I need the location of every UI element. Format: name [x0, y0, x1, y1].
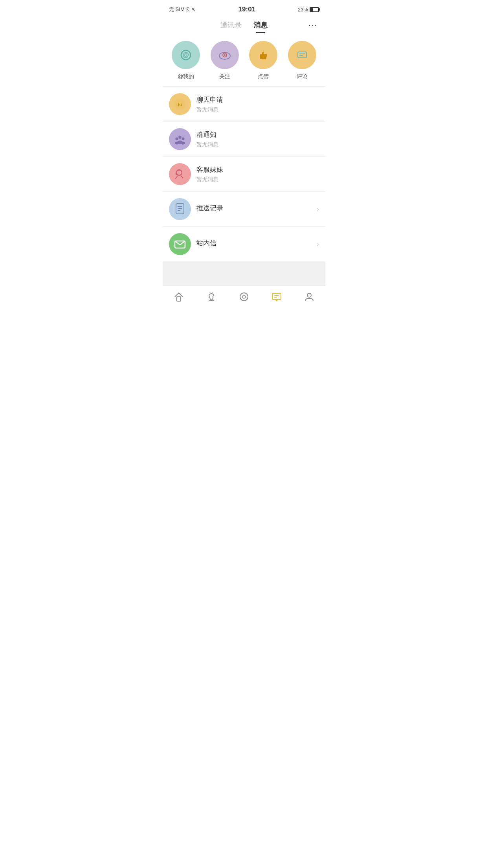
chat-request-title: 聊天申请 — [196, 95, 319, 104]
svg-point-16 — [181, 142, 185, 145]
sim-indicator: 无 SIM卡 — [169, 6, 190, 13]
svg-point-15 — [175, 142, 179, 145]
like-circle — [249, 41, 277, 69]
svg-point-28 — [240, 293, 248, 301]
mention-icon: @ — [179, 48, 193, 62]
discover-icon — [238, 291, 250, 302]
svg-point-4 — [224, 54, 226, 56]
messages-icon — [271, 291, 282, 302]
quick-action-mention[interactable]: @ @我的 — [172, 41, 200, 80]
service-title: 客服妹妹 — [196, 165, 319, 174]
bottom-nav — [163, 285, 325, 312]
internal-mail-title: 站内信 — [196, 239, 317, 248]
chat-request-content: 聊天申请 暂无消息 — [196, 95, 319, 113]
quick-action-follow[interactable]: 关注 — [211, 41, 239, 80]
mention-circle: @ — [172, 41, 200, 69]
chat-request-avatar: hi — [169, 93, 191, 115]
quick-action-like[interactable]: 点赞 — [249, 41, 277, 80]
mention-label: @我的 — [178, 73, 194, 80]
group-notice-content: 群通知 暂无消息 — [196, 130, 319, 148]
group-notice-avatar — [169, 128, 191, 150]
status-time: 19:01 — [238, 6, 255, 13]
like-label: 点赞 — [258, 73, 269, 80]
quick-actions: @ @我的 关注 点赞 — [163, 33, 325, 86]
battery-icon — [310, 7, 319, 12]
tab-messages[interactable]: 消息 — [253, 20, 268, 33]
status-bar: 无 SIM卡 ∿ 19:01 23% — [163, 0, 325, 17]
svg-rect-23 — [177, 297, 181, 301]
svg-point-12 — [176, 138, 178, 140]
list-item-group-notice[interactable]: 群通知 暂无消息 — [163, 122, 325, 157]
comment-icon — [295, 48, 309, 62]
service-content: 客服妹妹 暂无消息 — [196, 165, 319, 183]
follow-circle — [211, 41, 239, 69]
svg-point-13 — [182, 138, 185, 140]
svg-line-26 — [213, 292, 213, 293]
nav-profile[interactable] — [300, 290, 319, 304]
svg-rect-6 — [298, 52, 306, 58]
svg-marker-33 — [275, 300, 278, 302]
svg-text:hi: hi — [178, 102, 182, 107]
list-item-chat-request[interactable]: hi 聊天申请 暂无消息 — [163, 87, 325, 122]
group-notice-sub: 暂无消息 — [196, 141, 319, 148]
status-left: 无 SIM卡 ∿ — [169, 6, 196, 13]
list-item-push-history[interactable]: 推送记录 › — [163, 192, 325, 227]
quick-action-comment[interactable]: 评论 — [288, 41, 316, 80]
svg-point-29 — [242, 295, 246, 298]
gray-section — [163, 262, 325, 285]
status-right: 23% — [298, 7, 319, 13]
list-item-service[interactable]: 客服妹妹 暂无消息 — [163, 157, 325, 192]
follow-icon — [218, 48, 232, 62]
push-history-title: 推送记录 — [196, 204, 317, 213]
nav-cafe[interactable] — [202, 290, 221, 304]
group-notice-title: 群通知 — [196, 130, 319, 139]
comment-label: 评论 — [297, 73, 308, 80]
push-history-avatar — [169, 198, 191, 220]
home-icon — [173, 291, 184, 302]
svg-rect-5 — [260, 54, 262, 59]
internal-mail-avatar — [169, 233, 191, 255]
message-list: hi 聊天申请 暂无消息 群通知 暂无消息 — [163, 87, 325, 262]
service-sub: 暂无消息 — [196, 176, 319, 183]
like-icon — [256, 48, 270, 62]
cafe-icon — [206, 291, 217, 302]
tab-contacts[interactable]: 通讯录 — [220, 20, 242, 33]
push-history-arrow: › — [317, 205, 319, 213]
svg-line-25 — [210, 292, 210, 293]
battery-fill — [310, 8, 313, 11]
nav-home[interactable] — [169, 290, 188, 304]
tab-container: 通讯录 消息 — [220, 20, 268, 33]
svg-point-11 — [178, 136, 182, 139]
wifi-icon: ∿ — [191, 6, 196, 13]
header: 通讯录 消息 ··· — [163, 17, 325, 33]
internal-mail-content: 站内信 — [196, 239, 317, 250]
push-history-content: 推送记录 — [196, 204, 317, 215]
internal-mail-arrow: › — [317, 240, 319, 248]
svg-rect-30 — [272, 293, 281, 300]
profile-icon — [304, 291, 315, 302]
nav-discover[interactable] — [235, 290, 253, 304]
battery-percent: 23% — [298, 7, 308, 13]
list-item-internal-mail[interactable]: 站内信 › — [163, 227, 325, 262]
svg-point-34 — [307, 293, 311, 297]
nav-messages[interactable] — [267, 290, 286, 304]
service-avatar — [169, 163, 191, 185]
follow-label: 关注 — [219, 73, 230, 80]
svg-text:@: @ — [183, 51, 189, 58]
more-button[interactable]: ··· — [308, 20, 317, 29]
comment-circle — [288, 41, 316, 69]
chat-request-sub: 暂无消息 — [196, 106, 319, 113]
